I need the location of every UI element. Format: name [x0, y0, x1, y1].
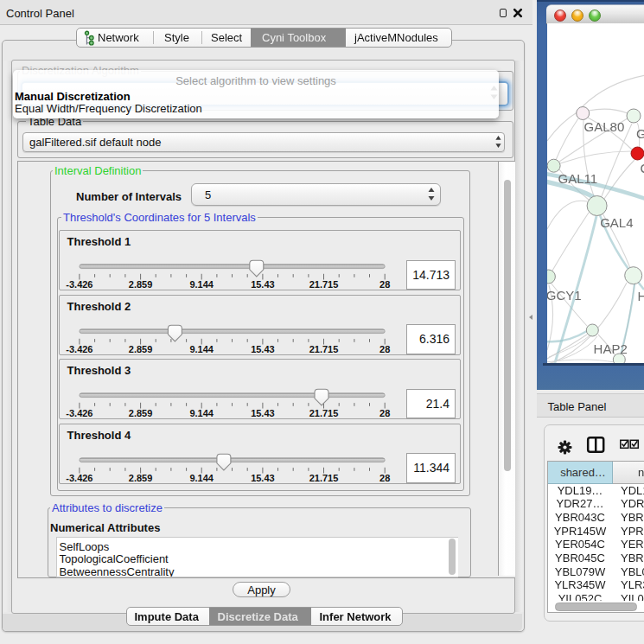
svg-text:2.859: 2.859 — [128, 279, 152, 290]
svg-text:9.144: 9.144 — [189, 344, 214, 354]
svg-text:GAL4: GAL4 — [600, 215, 633, 230]
svg-text:15.43: 15.43 — [251, 408, 275, 418]
svg-text:15.43: 15.43 — [251, 473, 275, 483]
svg-text:-3.426: -3.426 — [66, 473, 92, 483]
svg-text:-3.426: -3.426 — [66, 279, 92, 290]
svg-text:2.859: 2.859 — [128, 344, 152, 354]
svg-text:-3.426: -3.426 — [66, 344, 92, 354]
svg-text:28: 28 — [379, 344, 390, 354]
svg-text:-3.426: -3.426 — [66, 408, 92, 418]
svg-text:C: C — [641, 161, 644, 175]
svg-text:28: 28 — [379, 408, 390, 418]
svg-text:9.144: 9.144 — [189, 408, 214, 418]
svg-text:2.859: 2.859 — [128, 473, 152, 483]
svg-text:15.43: 15.43 — [251, 279, 275, 290]
svg-text:21.715: 21.715 — [309, 408, 338, 418]
svg-text:GCY1: GCY1 — [547, 288, 582, 303]
svg-text:GAL80: GAL80 — [584, 119, 625, 134]
svg-text:21.715: 21.715 — [309, 344, 338, 354]
svg-text:15.43: 15.43 — [251, 344, 275, 354]
svg-text:21.715: 21.715 — [309, 279, 338, 290]
svg-text:28: 28 — [379, 279, 390, 290]
svg-text:9.144: 9.144 — [189, 473, 214, 483]
svg-text:2.859: 2.859 — [128, 408, 152, 418]
svg-text:HAP2: HAP2 — [594, 341, 628, 356]
svg-text:GAL11: GAL11 — [558, 171, 598, 186]
svg-text:28: 28 — [379, 473, 390, 483]
svg-text:GA: GA — [636, 126, 644, 141]
svg-text:9.144: 9.144 — [189, 279, 214, 290]
svg-text:H: H — [638, 289, 644, 303]
svg-text:21.715: 21.715 — [309, 473, 338, 483]
